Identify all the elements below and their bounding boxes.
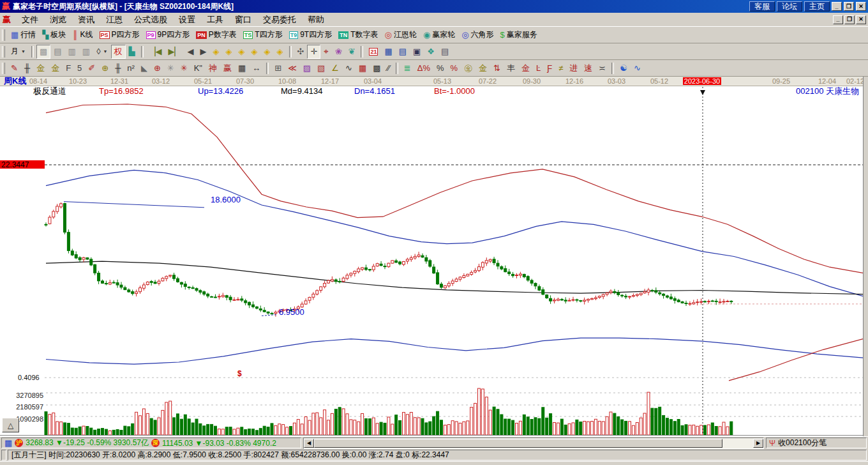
- winner-service-button[interactable]: $赢家服务: [497, 28, 541, 42]
- draw-tool-button[interactable]: ╫: [112, 61, 124, 75]
- draw-tool-button[interactable]: Ŀ: [533, 61, 544, 75]
- draw-tool-button[interactable]: ∿: [631, 61, 644, 75]
- scrollbar-thumb[interactable]: [314, 439, 722, 448]
- draw-tool-button[interactable]: 丰: [504, 61, 518, 75]
- save-button[interactable]: ▣: [410, 45, 424, 59]
- chart-area[interactable]: 08-1410-2312-3103-1205-2107-3010-0812-17…: [0, 77, 863, 436]
- scroll-right-button[interactable]: ▶: [753, 439, 763, 448]
- expand-volume-button[interactable]: △: [2, 418, 19, 432]
- draw-tool-button[interactable]: ✎: [8, 61, 21, 75]
- winner-wheel-button[interactable]: ◉赢家轮: [420, 28, 458, 42]
- diamond-tool-button[interactable]: ◈: [223, 45, 236, 59]
- sectors-button[interactable]: ▚板块: [39, 28, 69, 42]
- menu-item[interactable]: 资讯: [72, 13, 100, 27]
- draw-tool-button[interactable]: ▦: [355, 61, 370, 75]
- draw-tool-button[interactable]: ✳: [177, 61, 191, 75]
- measure-tool-button[interactable]: ⌖: [320, 45, 331, 59]
- draw-tool-button[interactable]: ≍: [595, 61, 609, 75]
- p-table-button[interactable]: PNP数字表: [193, 28, 240, 42]
- draw-tool-button[interactable]: ㊎: [461, 61, 475, 75]
- draw-tool-button[interactable]: ✳: [164, 61, 177, 75]
- draw-tool-button[interactable]: ◣: [138, 61, 151, 75]
- draw-tool-button[interactable]: 金: [518, 61, 533, 75]
- prev-bar-button[interactable]: ◀: [184, 45, 197, 59]
- draw-tool-button[interactable]: K": [191, 61, 206, 75]
- draw-tool-button[interactable]: ⇅: [490, 61, 504, 75]
- scroll-left-button[interactable]: ◀: [304, 439, 314, 448]
- draw-tool-button[interactable]: ≪: [285, 61, 300, 75]
- draw-tool-button[interactable]: ☯: [617, 61, 631, 75]
- draw-tool-button[interactable]: 赢: [220, 61, 235, 75]
- draw-tool-button[interactable]: ∕∕: [384, 61, 393, 75]
- draw-tool-button[interactable]: ╫: [21, 61, 33, 75]
- info-button[interactable]: ▤: [50, 45, 64, 59]
- draw-tool-button[interactable]: ▩: [370, 61, 384, 75]
- next-bar-button[interactable]: ▶: [197, 45, 210, 59]
- draw-tool-button[interactable]: Δ%: [414, 61, 433, 75]
- draw-tool-button[interactable]: Ƒ: [544, 61, 555, 75]
- restore-button[interactable]: ❐: [844, 2, 854, 11]
- web-button[interactable]: ❖: [424, 45, 438, 59]
- draw-tool-button[interactable]: ▧: [314, 61, 328, 75]
- draw-tool-button[interactable]: 金: [33, 61, 48, 75]
- draw-tool-button[interactable]: 进: [566, 61, 581, 75]
- hexagon-button[interactable]: ◎六角形: [458, 28, 497, 42]
- gann-wheel-button[interactable]: ◎江恩轮: [382, 28, 420, 42]
- draw-tool-button[interactable]: 金: [48, 61, 63, 75]
- p-square-button[interactable]: PSP四方形: [96, 28, 143, 42]
- draw-tool-button[interactable]: ≣: [401, 61, 414, 75]
- quotes-button[interactable]: ▦行情: [8, 28, 39, 42]
- draw-tool-button[interactable]: ✐: [85, 61, 98, 75]
- menu-item[interactable]: 帮助: [302, 13, 330, 27]
- draw-tool-button[interactable]: %: [433, 61, 447, 75]
- menu-item[interactable]: 窗口: [229, 13, 257, 27]
- first-bar-button[interactable]: ▕◀: [146, 45, 165, 59]
- menu-item[interactable]: 设置: [173, 13, 201, 27]
- notes-button[interactable]: ▤: [396, 45, 410, 59]
- minute3-button[interactable]: ▥: [65, 45, 79, 59]
- minimize-button[interactable]: _: [832, 2, 842, 11]
- support-button[interactable]: 客服: [749, 1, 775, 11]
- menu-item[interactable]: 工具: [201, 13, 229, 27]
- child-restore-button[interactable]: ❐: [844, 15, 855, 24]
- restore-rights-button[interactable]: 权: [111, 45, 126, 59]
- hand-tool-button[interactable]: ✣: [294, 45, 308, 59]
- draw-tool-button[interactable]: 金: [475, 61, 490, 75]
- calculator-button[interactable]: ▦: [381, 45, 395, 59]
- menu-item[interactable]: 文件: [16, 13, 44, 27]
- diamond-tool-button[interactable]: ◈: [248, 45, 261, 59]
- draw-tool-button[interactable]: ⊞: [271, 61, 285, 75]
- draw-tool-button[interactable]: n²: [124, 61, 138, 75]
- menu-item[interactable]: 公式选股: [128, 13, 173, 27]
- draw-tool-button[interactable]: ≠: [555, 61, 566, 75]
- draw-tool-button[interactable]: 速: [581, 61, 595, 75]
- draw-tool-button[interactable]: ∿: [342, 61, 355, 75]
- 9p-square-button[interactable]: P99P四方形: [143, 28, 193, 42]
- child-close-button[interactable]: ✕: [856, 15, 866, 24]
- draw-tool-button[interactable]: %: [447, 61, 461, 75]
- chart-type-button[interactable]: ▙: [126, 45, 138, 59]
- flower-tool-button[interactable]: ❀: [332, 45, 345, 59]
- print-button[interactable]: ▤: [438, 45, 452, 59]
- draw-tool-button[interactable]: ⊕: [98, 61, 112, 75]
- kline-button[interactable]: ║K线: [69, 28, 96, 42]
- minute8-button[interactable]: ▥: [79, 45, 93, 59]
- draw-tool-button[interactable]: ▦: [235, 61, 249, 75]
- quotes-grid-icon[interactable]: ▦: [4, 438, 12, 448]
- draw-tool-button[interactable]: 神: [206, 61, 220, 75]
- candle-style-button[interactable]: ◊▼: [93, 45, 110, 59]
- home-button[interactable]: 主页: [804, 1, 830, 11]
- draw-tool-button[interactable]: ↔: [249, 61, 264, 75]
- chip-dist-button[interactable]: ▩: [36, 45, 50, 59]
- draw-tool-button[interactable]: ▨: [300, 61, 314, 75]
- forum-button[interactable]: 论坛: [777, 1, 802, 11]
- brain-tool-button[interactable]: ❦: [345, 45, 359, 59]
- menu-item[interactable]: 江恩: [100, 13, 128, 27]
- menu-item[interactable]: 交易委托: [257, 13, 302, 27]
- period-button[interactable]: 月▼: [8, 45, 29, 59]
- 9t-square-button[interactable]: T99T四方形: [286, 28, 336, 42]
- menu-item[interactable]: 浏览: [44, 13, 72, 27]
- draw-tool-button[interactable]: ⊕: [151, 61, 164, 75]
- crosshair-tool-button[interactable]: ✛: [307, 45, 320, 59]
- diamond-tool-button[interactable]: ◈: [210, 45, 223, 59]
